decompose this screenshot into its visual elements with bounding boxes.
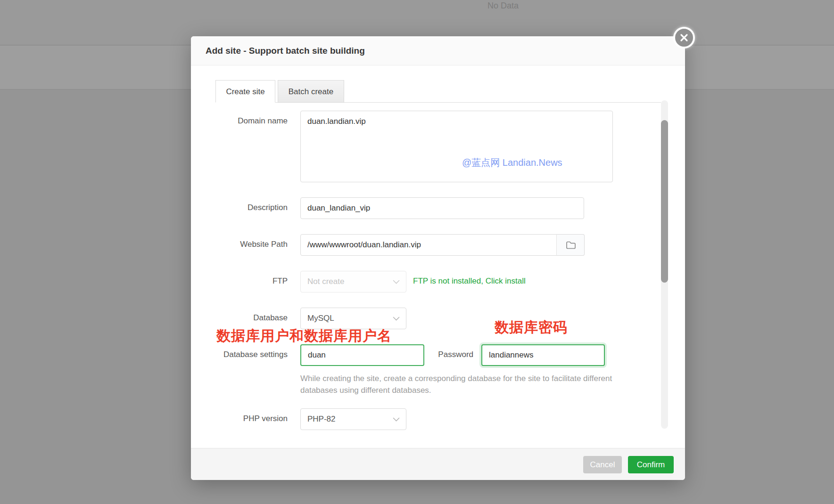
database-helper-text: While creating the site, create a corres… bbox=[300, 373, 640, 396]
cancel-button[interactable]: Cancel bbox=[583, 456, 622, 473]
ftp-label: FTP bbox=[191, 276, 288, 286]
dimmed-backdrop: No Data Add site - Support batch site bu… bbox=[0, 0, 834, 504]
background-no-data-text: No Data bbox=[487, 1, 519, 11]
chevron-down-icon bbox=[393, 280, 400, 284]
domain-name-textarea[interactable]: duan.landian.vip bbox=[300, 111, 613, 182]
php-version-label: PHP version bbox=[191, 414, 288, 423]
php-version-select[interactable]: PHP-82 bbox=[300, 408, 406, 430]
database-selected-value: MySQL bbox=[307, 314, 334, 323]
modal-header: Add site - Support batch site building bbox=[191, 36, 685, 65]
password-label: Password bbox=[413, 350, 473, 359]
php-version-selected-value: PHP-82 bbox=[307, 415, 336, 423]
domain-name-label: Domain name bbox=[191, 116, 288, 126]
ftp-selected-value: Not create bbox=[307, 277, 344, 286]
database-settings-label: Database settings bbox=[191, 350, 288, 359]
confirm-button[interactable]: Confirm bbox=[628, 456, 674, 473]
database-username-input[interactable] bbox=[300, 344, 424, 366]
tab-bar: Create site Batch create bbox=[215, 80, 661, 103]
description-input[interactable] bbox=[300, 197, 584, 219]
website-path-input[interactable] bbox=[300, 234, 557, 256]
modal-scrollbar-thumb[interactable] bbox=[661, 120, 668, 283]
tab-batch-create[interactable]: Batch create bbox=[278, 80, 344, 103]
folder-icon bbox=[566, 241, 576, 250]
ftp-install-link[interactable]: FTP is not installed, Click install bbox=[413, 276, 526, 286]
chevron-down-icon bbox=[393, 417, 400, 422]
annotation-db-password: 数据库密码 bbox=[495, 318, 568, 337]
chevron-down-icon bbox=[393, 317, 400, 321]
website-path-label: Website Path bbox=[191, 240, 288, 249]
modal-title: Add site - Support batch site building bbox=[206, 36, 365, 65]
ftp-select[interactable]: Not create bbox=[300, 271, 406, 293]
browse-path-button[interactable] bbox=[556, 234, 585, 256]
modal-footer: Cancel Confirm bbox=[191, 448, 685, 480]
close-button[interactable] bbox=[673, 27, 695, 49]
tab-create-site[interactable]: Create site bbox=[215, 80, 275, 103]
annotation-db-user: 数据库用户和数据库用户名 bbox=[216, 326, 392, 346]
database-password-input[interactable] bbox=[481, 344, 605, 366]
close-icon bbox=[679, 33, 689, 42]
database-label: Database bbox=[191, 313, 288, 323]
add-site-modal: Add site - Support batch site building C… bbox=[191, 36, 685, 480]
modal-scrollbar-track[interactable] bbox=[661, 100, 668, 429]
description-label: Description bbox=[191, 203, 288, 212]
